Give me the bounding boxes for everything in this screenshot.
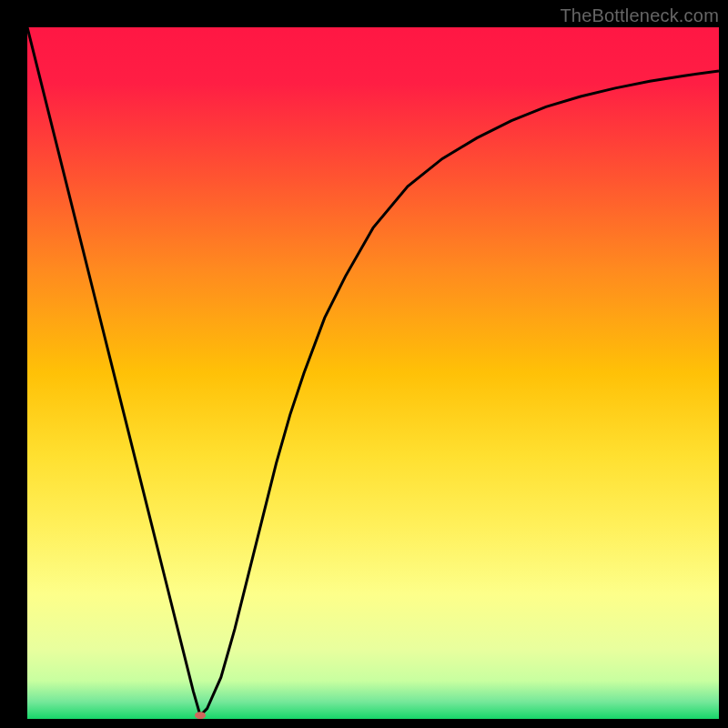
attribution-label: TheBottleneck.com [560, 5, 719, 26]
plot-area [27, 27, 719, 719]
gradient-background [27, 27, 719, 719]
chart-frame: TheBottleneck.com [0, 0, 728, 728]
bottleneck-chart [27, 27, 719, 719]
minimum-marker [195, 712, 206, 719]
